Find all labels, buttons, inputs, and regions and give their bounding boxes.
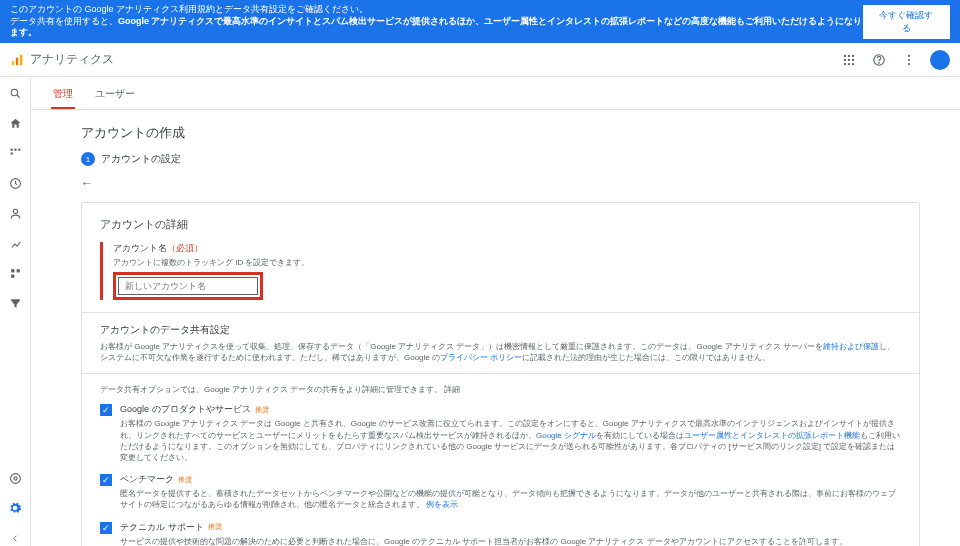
checkbox-row-benchmark: ✓ ベンチマーク推奨 匿名データを提供すると、蓄積されたデータセットからベンチマ…: [100, 473, 901, 510]
banner-confirm-button[interactable]: 今すぐ確認する: [863, 5, 950, 39]
customization-icon[interactable]: [7, 145, 23, 161]
svg-rect-2: [20, 54, 22, 65]
check-title: Google のプロダクトやサービス推奨: [120, 403, 901, 416]
svg-rect-25: [16, 269, 19, 272]
google-signals-link[interactable]: Google シグナル: [536, 431, 596, 440]
svg-point-13: [879, 62, 880, 63]
account-name-input[interactable]: [118, 277, 258, 295]
svg-rect-0: [12, 61, 14, 65]
divider: [82, 373, 919, 374]
maintain-protect-link[interactable]: 維持および保護: [823, 342, 879, 351]
svg-point-4: [848, 54, 850, 56]
topbar-icons: [840, 50, 950, 70]
recommended-badge: 推奨: [208, 522, 222, 532]
svg-point-28: [10, 473, 20, 483]
step-row: 1 アカウントの設定: [81, 152, 920, 166]
page-title: アカウントの作成: [81, 124, 920, 142]
checkbox[interactable]: ✓: [100, 522, 112, 534]
svg-point-15: [908, 59, 910, 61]
recommended-badge: 推奨: [178, 475, 192, 485]
svg-point-8: [852, 58, 854, 60]
acquisition-icon[interactable]: [7, 235, 23, 251]
apps-icon[interactable]: [840, 51, 858, 69]
checkbox[interactable]: ✓: [100, 474, 112, 486]
checkbox[interactable]: ✓: [100, 404, 112, 416]
demographics-link[interactable]: ユーザー属性とインタレストの拡張レポート機能: [684, 431, 860, 440]
svg-point-23: [13, 209, 17, 213]
share-title: アカウントのデータ共有設定: [100, 323, 901, 337]
tab-user[interactable]: ユーザー: [93, 83, 137, 109]
step-label: アカウントの設定: [101, 152, 181, 166]
check-desc: サービスの提供や技術的な問題の解決のために必要と判断された場合に、Google …: [120, 536, 901, 546]
svg-rect-19: [14, 148, 16, 150]
tabs: 管理 ユーザー: [31, 77, 960, 110]
account-name-field: アカウント名（必須） アカウントに複数のトラッキング ID を設定できます。: [100, 242, 901, 300]
privacy-policy-link[interactable]: プライバシー ポリシー: [440, 353, 522, 362]
back-arrow-icon[interactable]: ←: [81, 176, 93, 190]
analytics-logo-icon: [10, 53, 24, 67]
svg-point-11: [852, 62, 854, 64]
field-help: アカウントに複数のトラッキング ID を設定できます。: [113, 257, 901, 268]
admin-gear-icon[interactable]: [7, 500, 23, 516]
field-label: アカウント名（必須）: [113, 242, 901, 255]
svg-point-27: [13, 476, 16, 479]
svg-point-9: [844, 62, 846, 64]
check-title: ベンチマーク推奨: [120, 473, 901, 486]
sidebar: [0, 77, 30, 546]
banner-line1: このアカウントの Google アナリティクス利用規約とデータ共有設定をご確認く…: [10, 4, 368, 14]
svg-point-16: [908, 63, 910, 65]
example-link[interactable]: 例を表示: [426, 500, 458, 509]
topbar: アナリティクス: [0, 43, 960, 77]
app-title: アナリティクス: [30, 51, 840, 68]
content: 管理 ユーザー アカウントの作成 1 アカウントの設定 ← アカウントの詳細 ア…: [30, 77, 960, 546]
banner-line2-prefix: データ共有を使用すると、: [10, 16, 118, 26]
checkbox-row-support: ✓ テクニカル サポート推奨 サービスの提供や技術的な問題の解決のために必要と判…: [100, 521, 901, 546]
behavior-icon[interactable]: [7, 265, 23, 281]
main: 管理 ユーザー アカウントの作成 1 アカウントの設定 ← アカウントの詳細 ア…: [0, 77, 960, 546]
search-icon[interactable]: [7, 85, 23, 101]
kebab-icon[interactable]: [900, 51, 918, 69]
svg-rect-1: [16, 57, 18, 65]
realtime-icon[interactable]: [7, 175, 23, 191]
notification-banner: このアカウントの Google アナリティクス利用規約とデータ共有設定をご確認く…: [0, 0, 960, 43]
audience-icon[interactable]: [7, 205, 23, 221]
recommended-badge: 推奨: [255, 405, 269, 415]
discover-icon[interactable]: [7, 470, 23, 486]
step-number: 1: [81, 152, 95, 166]
svg-point-10: [848, 62, 850, 64]
help-icon[interactable]: [870, 51, 888, 69]
svg-point-7: [848, 58, 850, 60]
svg-rect-18: [10, 148, 12, 150]
checkbox-row-products: ✓ Google のプロダクトやサービス推奨 お客様の Google アナリティ…: [100, 403, 901, 463]
svg-rect-24: [11, 269, 14, 272]
check-desc: お客様の Google アナリティクス データは Google と共有され、Go…: [120, 418, 901, 463]
home-icon[interactable]: [7, 115, 23, 131]
svg-point-3: [844, 54, 846, 56]
svg-rect-21: [10, 152, 12, 154]
svg-point-5: [852, 54, 854, 56]
details-link[interactable]: 詳細: [444, 385, 460, 394]
highlight-annotation: [113, 272, 263, 300]
page: アカウントの作成 1 アカウントの設定 ← アカウントの詳細 アカウント名（必須…: [31, 110, 960, 546]
account-details-card: アカウントの詳細 アカウント名（必須） アカウントに複数のトラッキング ID を…: [81, 202, 920, 546]
svg-point-6: [844, 58, 846, 60]
conversions-icon[interactable]: [7, 295, 23, 311]
avatar[interactable]: [930, 50, 950, 70]
svg-rect-20: [18, 148, 20, 150]
option-note: データ共有オプションでは、Google アナリティクス データの共有をより詳細に…: [100, 384, 901, 395]
check-title: テクニカル サポート推奨: [120, 521, 901, 534]
svg-point-14: [908, 54, 910, 56]
banner-line2-bold: Google アナリティクスで最高水準のインサイトとスパム検出サービスが提供され…: [10, 16, 863, 38]
card-section-title: アカウントの詳細: [100, 217, 901, 232]
svg-rect-26: [11, 274, 14, 277]
tab-admin[interactable]: 管理: [51, 83, 75, 109]
share-desc: お客様が Google アナリティクスを使って収集、処理、保存するデータ（「Go…: [100, 341, 901, 363]
banner-text: このアカウントの Google アナリティクス利用規約とデータ共有設定をご確認く…: [10, 4, 863, 39]
check-desc: 匿名データを提供すると、蓄積されたデータセットからベンチマークや公開などの機能の…: [120, 488, 901, 510]
svg-point-17: [11, 89, 18, 96]
collapse-icon[interactable]: [7, 530, 23, 546]
divider: [82, 312, 919, 313]
